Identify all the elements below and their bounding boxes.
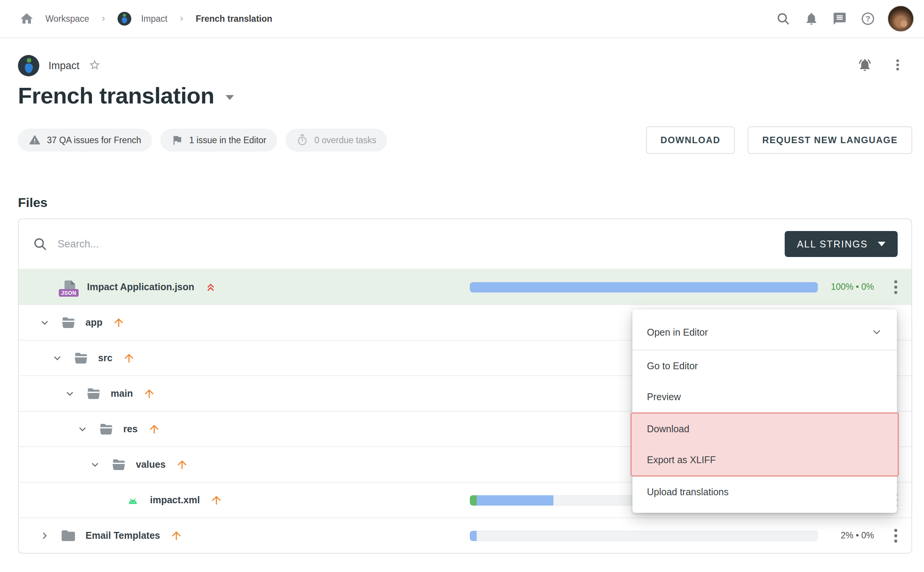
progress-translated-segment [470,531,477,541]
top-nav: Workspace Impact French translation ? [0,0,924,38]
stopwatch-icon [296,134,308,146]
overdue-tasks-badge[interactable]: 0 overdue tasks [285,129,387,152]
chevron-down-icon [38,316,51,329]
chevron-down-icon [63,387,76,400]
progress-translated-segment [470,282,818,292]
strings-filter-button[interactable]: ALL STRINGS [785,231,898,257]
search-icon [32,236,48,252]
chevron-down-icon [89,458,102,471]
qa-issues-badge[interactable]: 37 QA issues for French [18,129,152,152]
title-dropdown-caret-icon[interactable] [226,95,234,100]
breadcrumb: Workspace Impact French translation [18,10,272,27]
file-name[interactable]: impact.xml [150,494,200,506]
folder-open-icon [111,457,127,473]
file-name[interactable]: Email Templates [85,530,160,541]
json-file-icon: JSON [62,279,78,295]
progress-stats: 2% • 0% [841,518,874,553]
menu-item[interactable]: Go to Editor [632,351,897,381]
project-logo-large [18,55,39,76]
row-more-menu-icon[interactable] [889,270,902,304]
breadcrumb-workspace[interactable]: Workspace [45,14,89,24]
files-heading: Files [0,154,924,210]
chevron-right-icon [38,529,51,542]
project-logo [118,12,131,26]
star-icon[interactable] [89,59,101,73]
menu-item[interactable]: Upload translations [632,477,897,507]
menu-item[interactable]: Download [632,414,898,444]
priority-highest-icon [204,281,217,294]
android-file-icon [125,492,141,508]
avatar[interactable] [887,5,914,32]
project-name[interactable]: Impact [48,60,79,72]
priority-high-icon [210,494,223,507]
priority-high-icon [148,423,161,436]
file-name[interactable]: src [98,352,113,364]
priority-high-icon [143,387,156,400]
overdue-tasks-label: 0 overdue tasks [314,135,376,145]
request-new-language-button[interactable]: REQUEST NEW LANGUAGE [748,126,912,154]
file-name[interactable]: Impact Application.json [87,281,194,292]
svg-text:?: ? [866,15,870,23]
watch-notifications-icon[interactable] [858,58,872,74]
chevron-right-icon [177,15,186,23]
file-name[interactable]: values [136,459,166,470]
priority-high-icon [170,529,183,542]
breadcrumb-project[interactable]: Impact [141,14,168,24]
notifications-bell-icon[interactable] [803,10,820,27]
help-icon[interactable]: ? [859,10,877,27]
menu-highlight-annotation: DownloadExport as XLIFF [631,412,899,477]
progress-bar [470,282,818,292]
project-more-menu-icon[interactable] [890,58,905,74]
menu-item[interactable]: Export as XLIFF [632,444,898,475]
messages-icon[interactable] [831,10,848,27]
file-row[interactable]: JSON Impact Application.json 100% • 0% [19,269,911,304]
editor-issues-label: 1 issue in the Editor [189,135,266,145]
folder-open-icon [85,386,102,402]
qa-issues-label: 37 QA issues for French [47,135,141,145]
folder-open-icon [73,350,89,366]
strings-filter-label: ALL STRINGS [797,239,868,250]
menu-item-open-in-editor[interactable]: Open in Editor [632,315,897,350]
chevron-down-icon [51,352,64,365]
priority-high-icon [112,316,125,329]
files-search-input[interactable] [58,238,785,250]
file-name[interactable]: res [123,423,138,435]
file-name[interactable]: app [85,317,102,328]
file-row[interactable]: Email Templates 2% • 0% [19,517,911,553]
progress-stats: 100% • 0% [831,270,874,304]
file-name[interactable]: main [111,388,133,399]
chevron-down-icon [878,242,885,246]
search-icon[interactable] [774,10,792,27]
progress-approved-segment [470,495,477,506]
flag-icon [171,134,183,146]
page-title: French translation [18,82,214,109]
home-icon[interactable] [18,10,35,27]
breadcrumb-page: French translation [196,14,273,24]
progress-translated-segment [477,495,553,506]
menu-item[interactable]: Preview [632,381,897,412]
download-button[interactable]: DOWNLOAD [646,126,735,154]
priority-high-icon [176,458,189,471]
file-context-menu: Open in Editor Go to EditorPreview Downl… [632,309,897,513]
chevron-down-icon [76,423,89,436]
folder-icon [60,528,76,544]
folder-open-icon [60,315,76,331]
row-more-menu-icon[interactable] [889,518,902,553]
menu-item-label: Open in Editor [647,327,708,338]
warning-icon [29,134,41,146]
editor-issues-badge[interactable]: 1 issue in the Editor [160,129,277,152]
chevron-down-icon [871,326,882,338]
chevron-right-icon [99,15,108,23]
progress-bar [470,531,818,541]
priority-high-icon [123,352,135,365]
folder-open-icon [98,421,114,437]
